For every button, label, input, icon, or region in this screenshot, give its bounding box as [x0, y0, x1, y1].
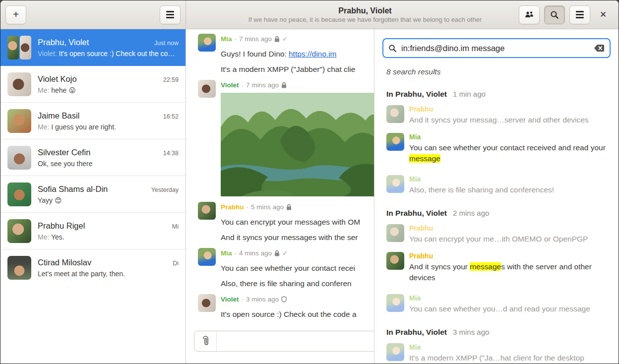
delivered-check-icon: ✓: [282, 249, 288, 257]
conversation-row-silvester-cefin[interactable]: Silvester Cefin 14:38 Ok, see you there: [0, 139, 186, 176]
message-group: Prabhu · 5 mins ago You can encrypt your…: [186, 196, 374, 243]
search-result[interactable]: Prabhu You can encrypt your me…ith OMEMO…: [382, 224, 611, 244]
search-icon: [388, 44, 397, 53]
backspace-clear-icon: [594, 44, 605, 52]
occupants-button[interactable]: [519, 5, 540, 24]
sender-name: Mia: [221, 249, 232, 257]
shared-photo[interactable]: [221, 93, 374, 196]
conversation-time: Mi: [172, 223, 179, 230]
conversation-subtitle: If we have no peace, it is because we ha…: [248, 15, 482, 24]
conversation-time: 22:59: [163, 76, 179, 83]
header-bar: + Prabhu, Violet If we have no peace, it…: [0, 0, 619, 29]
delivered-check-icon: ✓: [282, 35, 288, 43]
search-entry: [382, 38, 611, 58]
search-button[interactable]: [544, 5, 565, 24]
conversation-name: Silvester Cefin: [38, 148, 159, 157]
clear-search-button[interactable]: [594, 44, 605, 52]
avatar: [198, 294, 216, 312]
sender-name: Violet: [221, 296, 239, 303]
conversation-time: Di: [173, 260, 179, 267]
main-menu-button[interactable]: [569, 5, 590, 24]
paperclip-icon: [202, 336, 209, 347]
search-result[interactable]: Mia Also, there is file sharing and conf…: [382, 175, 611, 195]
conversation-name: Prabhu, Violet: [38, 38, 150, 47]
add-conversation-button[interactable]: +: [5, 5, 26, 24]
sender-name: Violet: [221, 81, 239, 89]
conversation-title: Prabhu, Violet: [338, 6, 391, 15]
conversation-row-violet-kojo[interactable]: Violet Kojo 22:59 Me: hehe 😛: [0, 66, 186, 103]
conversation-preview: Ok, see you there: [38, 160, 179, 168]
avatar: [198, 202, 216, 220]
conversation-name: Jaime Basil: [38, 111, 159, 121]
message-text: Also, there is file sharing and conferen: [221, 279, 355, 289]
close-window-button[interactable]: ✕: [595, 5, 612, 24]
result-sender: Mia: [409, 294, 590, 303]
chat-view: Mia · 7 mins ago ✓ Guys! I found Dino: h…: [186, 29, 374, 364]
conversation-name: Ctirad Miloslav: [38, 258, 169, 267]
conversation-titles: Prabhu, Violet If we have no peace, it i…: [186, 0, 544, 29]
avatar: [386, 252, 404, 270]
message-text: You can see whether your contact recei: [221, 263, 355, 273]
message-link[interactable]: https://dino.im: [289, 50, 337, 58]
avatar: [386, 175, 404, 193]
message-input[interactable]: [217, 331, 374, 351]
conversation-preview: Me: Yes.: [38, 233, 179, 241]
conversation-time: 16:52: [163, 113, 179, 120]
search-results-count: 8 search results: [386, 67, 611, 76]
message-time: 7 mins ago: [246, 81, 279, 89]
dino-window: + Prabhu, Violet If we have no peace, it…: [0, 0, 619, 364]
conversation-row-prabhu-violet[interactable]: Prabhu, Violet Just now Violet: It's ope…: [0, 29, 186, 66]
conversation-name: Sofia Shams al-Din: [38, 184, 147, 194]
message-group: Violet · 3 mins ago It's open source :) …: [186, 289, 374, 319]
conversation-preview: Violet: It's open source :) Check out th…: [38, 50, 179, 58]
avatar: [386, 224, 404, 242]
message-text: You can encrypt your messages with OM: [221, 217, 360, 227]
message-text: And it syncs your messages with the ser: [221, 233, 360, 243]
sender-name: Mia: [221, 35, 232, 43]
conversation-preview: Me: I guess you are right.: [38, 123, 179, 131]
conversation-time: Yesterday: [151, 186, 179, 193]
conversation-row-jaime-basil[interactable]: Jaime Basil 16:52 Me: I guess you are ri…: [0, 103, 186, 139]
search-group-time: 1 min ago: [453, 90, 486, 98]
search-result[interactable]: Prabhu And it syncs your messages with t…: [382, 252, 611, 283]
message-time: 7 mins ago: [239, 35, 272, 43]
encryption-lock-icon: [286, 204, 292, 210]
message-text: Guys! I found Dino: https://dino.im: [221, 49, 355, 59]
sender-name: Prabhu: [221, 203, 244, 211]
avatar: [386, 343, 404, 361]
result-text: And it syncs your messages with the serv…: [409, 261, 609, 283]
search-group-header: In Prabhu, Violet 3 mins ago: [386, 328, 607, 337]
avatar: [7, 182, 31, 206]
search-result[interactable]: Mia It's a modern XMPP ("Ja…hat client f…: [382, 343, 611, 364]
search-group-header: In Prabhu, Violet 2 mins ago: [386, 209, 607, 218]
conversation-row-sofia-shams[interactable]: Sofia Shams al-Din Yesterday Yayy 😊: [0, 176, 186, 213]
avatar: [198, 248, 216, 266]
result-sender: Prabhu: [409, 252, 609, 260]
hamburger-icon: [166, 11, 174, 18]
search-result[interactable]: Prabhu And it syncs your messag…server a…: [382, 105, 611, 125]
search-group-time: 3 mins ago: [453, 328, 489, 336]
search-group-time: 2 mins ago: [453, 209, 489, 217]
conversation-row-ctirad-miloslav[interactable]: Ctirad Miloslav Di Let's meet at the par…: [0, 249, 186, 286]
result-text: Also, there is file sharing and conferen…: [409, 184, 554, 195]
search-group-title: In Prabhu, Violet: [386, 328, 447, 337]
attach-file-button[interactable]: [194, 331, 217, 351]
search-result[interactable]: Mia You can see whether you…d and read y…: [382, 294, 611, 314]
message-input-bar: [194, 331, 374, 352]
conversation-row-prabhu-rigel[interactable]: Prabhu Rigel Mi Me: Yes.: [0, 213, 186, 249]
message-group: Mia · 7 mins ago ✓ Guys! I found Dino: h…: [186, 29, 374, 74]
result-text: And it syncs your messag…server and othe…: [409, 115, 589, 125]
search-input[interactable]: [401, 44, 589, 53]
conversation-name: Prabhu Rigel: [38, 221, 168, 231]
conversation-time: 14:38: [163, 150, 179, 157]
search-panel: 8 search results In Prabhu, Violet 1 min…: [374, 29, 619, 364]
message-time: 3 mins ago: [246, 296, 279, 303]
avatar: [386, 294, 404, 312]
plus-icon: +: [13, 9, 19, 20]
encryption-lock-icon: [274, 250, 280, 256]
conversation-list-menu-button[interactable]: [160, 5, 181, 24]
conversation-preview: Yayy 😊: [38, 196, 179, 204]
search-result[interactable]: Mia You can see whether your contact rec…: [382, 133, 611, 164]
sidebar-header: +: [0, 0, 186, 29]
encryption-lock-icon: [281, 82, 287, 88]
